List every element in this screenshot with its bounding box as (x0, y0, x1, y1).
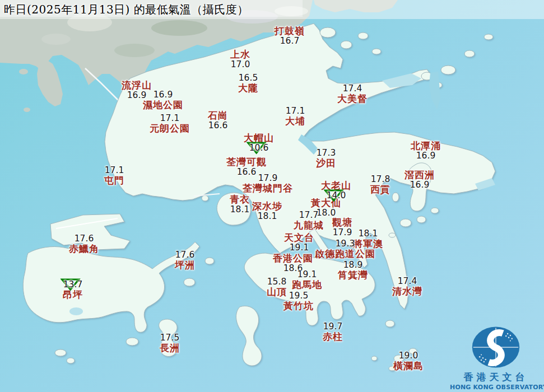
station-name: 沙田 (281, 158, 371, 169)
station-name: 長洲 (125, 343, 215, 353)
station-temperature-value: 19.3 (300, 239, 390, 249)
station-name: 大埔 (250, 116, 340, 127)
station-temperature-value: 17.3 (281, 148, 371, 158)
hko-logo-name-zh: 香港天文台 (450, 371, 542, 384)
weather-station-label: 北潭涌16.9 (381, 141, 471, 161)
station-name: 濕地公園 (118, 100, 208, 110)
hko-logo-name-en: HONG KONG OBSERVATORY (450, 384, 542, 391)
station-temperature-value: 17.5 (125, 333, 215, 343)
page-title: 昨日(2025年11月13日) 的最低氣溫（攝氏度） (4, 2, 249, 17)
station-temperature-value: 17.6 (140, 250, 230, 260)
station-temperature-value: 17.4 (362, 277, 452, 286)
weather-station-label: 13.7昂坪 (28, 280, 118, 300)
station-name: 赤柱 (288, 332, 378, 342)
hko-logo-icon (469, 325, 523, 370)
weather-station-label: 17.6赤鱲角 (39, 234, 129, 254)
weather-station-label: 17.4大美督 (308, 84, 397, 104)
station-temperature-value: 17.1 (69, 166, 159, 175)
station-temperature-value: 17.6 (39, 234, 129, 244)
station-name: 荃灣可觀 (202, 157, 291, 167)
station-name: 上水 (196, 49, 285, 60)
weather-station-label: 19.5黃竹坑 (254, 291, 343, 311)
station-temperature-value: 17.0 (196, 60, 285, 69)
station-temperature-value: 16.9 (381, 151, 471, 161)
station-name: 赤鱲角 (39, 244, 129, 254)
station-name: 黃竹坑 (254, 301, 343, 311)
station-temperature-value: 19.7 (288, 322, 378, 332)
station-temperature-value: 16.7 (245, 36, 334, 46)
weather-station-label: 17.5長洲 (125, 333, 215, 353)
weather-station-label: 17.1屯門 (69, 166, 159, 186)
weather-station-label: 石崗16.6 (173, 110, 263, 130)
station-name: 大美督 (308, 94, 397, 104)
weather-station-label: 19.7赤柱 (288, 322, 378, 342)
station-temperature-value: 18.9 (308, 260, 398, 270)
station-temperature-value: 17.1 (250, 106, 340, 116)
weather-station-label: 打鼓嶺16.7 (245, 26, 334, 46)
station-temperature-value: 16.5 (203, 73, 293, 83)
weather-station-label: 16.5大隴 (203, 73, 293, 94)
station-temperature-value: 19.5 (254, 291, 343, 301)
station-name: 流浮山 (92, 80, 182, 91)
station-name: 大隴 (203, 83, 293, 94)
station-temperature-value: 16.6 (173, 121, 263, 130)
weather-station-label: 17.6坪洲 (140, 250, 230, 270)
station-name: 坪洲 (140, 260, 230, 270)
weather-station-label: 17.4清水灣 (362, 277, 452, 297)
weather-station-label: 17.3沙田 (281, 148, 371, 169)
station-temperature-value: 13.7 (28, 280, 118, 290)
hko-min-temperature-map: 昨日(2025年11月13日) 的最低氣溫（攝氏度） 打鼓嶺16.7上水17.0… (0, 0, 544, 392)
station-name: 清水灣 (362, 286, 452, 297)
station-name: 石崗 (173, 110, 263, 121)
weather-station-label: 17.1大埔 (250, 106, 340, 127)
station-temperature-value: 17.4 (308, 84, 397, 94)
station-name: 橫瀾島 (364, 361, 453, 371)
station-name: 北潭涌 (381, 141, 471, 151)
weather-station-label: 19.0橫瀾島 (364, 351, 453, 371)
hko-logo: 香港天文台 HONG KONG OBSERVATORY (450, 325, 542, 391)
weather-station-label: 上水17.0 (196, 49, 285, 69)
station-name: 打鼓嶺 (245, 26, 334, 36)
station-temperature-value: 19.0 (364, 351, 453, 361)
station-name: 屯門 (69, 175, 159, 186)
